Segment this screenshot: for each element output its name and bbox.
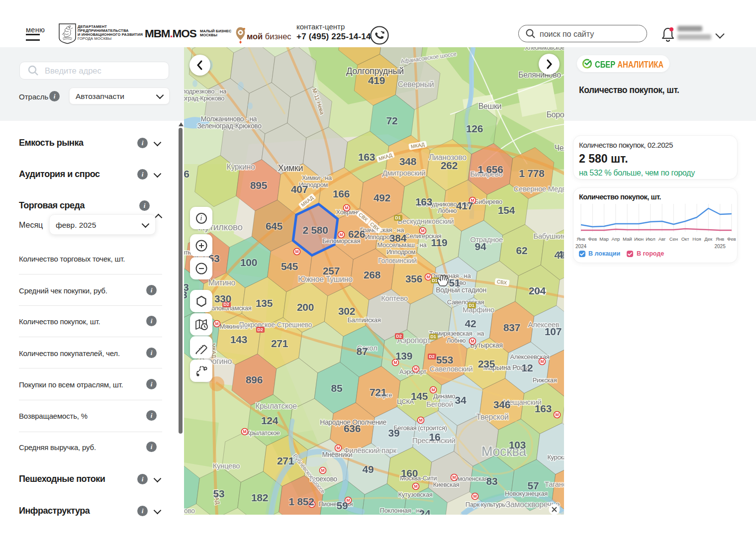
svg-text:139: 139 bbox=[395, 350, 412, 362]
svg-text:М: М bbox=[452, 475, 456, 480]
svg-text:Кунцево: Кунцево bbox=[213, 461, 240, 470]
svg-text:Головинский: Головинский bbox=[378, 257, 417, 265]
svg-text:268: 268 bbox=[364, 269, 381, 280]
svg-text:Ипподром: Ипподром bbox=[386, 248, 416, 256]
svg-text:Июл: Июл bbox=[646, 236, 655, 242]
svg-text:Бабушкинс: Бабушкинс bbox=[533, 232, 564, 240]
svg-text:545: 545 bbox=[281, 261, 298, 272]
svg-text:М: М bbox=[321, 468, 324, 473]
svg-text:1 778: 1 778 bbox=[519, 168, 545, 179]
svg-text:Савеловский: Савеловский bbox=[430, 364, 472, 373]
svg-text:Покровское-Стрешнево: Покровское-Стрешнево bbox=[239, 321, 312, 329]
svg-text:М: М bbox=[540, 359, 544, 364]
svg-text:Савеловская: Савеловская bbox=[447, 298, 484, 306]
svg-text:262: 262 bbox=[441, 160, 458, 171]
svg-text:Янв: Янв bbox=[716, 236, 724, 242]
svg-text:Авг: Авг bbox=[659, 236, 666, 242]
svg-text:72: 72 bbox=[386, 115, 398, 126]
svg-text:Вешки: Вешки bbox=[478, 102, 501, 110]
svg-text:Лобню: Лобню bbox=[438, 207, 457, 214]
svg-text:Новокузнецкая: Новокузнецкая bbox=[505, 490, 548, 497]
svg-text:235: 235 bbox=[478, 358, 495, 369]
svg-text:Марфино: Марфино bbox=[463, 305, 494, 314]
svg-text:М: М bbox=[473, 494, 476, 499]
svg-text:492: 492 bbox=[374, 192, 390, 203]
svg-text:М: М bbox=[243, 429, 246, 434]
svg-text:204: 204 bbox=[529, 285, 546, 296]
svg-text:М: М bbox=[419, 418, 422, 423]
svg-text:124: 124 bbox=[261, 415, 279, 426]
svg-text:Окт: Окт bbox=[681, 236, 690, 242]
svg-text:М: М bbox=[471, 339, 474, 344]
svg-text:Водный стадион: Водный стадион bbox=[436, 286, 486, 294]
svg-text:Рижская: Рижская bbox=[533, 376, 557, 384]
svg-text:М: М bbox=[295, 249, 298, 254]
svg-text:Динамо: Динамо bbox=[433, 392, 455, 400]
svg-text:417: 417 bbox=[456, 200, 473, 211]
svg-text:М: М bbox=[431, 387, 435, 392]
svg-text:Крылатское: Крылатское bbox=[255, 402, 297, 410]
svg-text:16: 16 bbox=[429, 431, 441, 443]
svg-text:62: 62 bbox=[516, 245, 528, 256]
svg-text:645: 645 bbox=[266, 220, 283, 232]
svg-text:119: 119 bbox=[431, 237, 448, 248]
svg-text:1 852: 1 852 bbox=[288, 496, 314, 507]
svg-text:М: М bbox=[336, 446, 340, 451]
svg-text:553: 553 bbox=[436, 354, 453, 365]
svg-text:Дек: Дек bbox=[704, 236, 713, 242]
svg-text:Бороди: Бороди bbox=[547, 110, 564, 119]
svg-text:Ноя: Ноя bbox=[692, 236, 701, 242]
svg-text:Таганск: Таганск bbox=[545, 480, 564, 488]
svg-text:Май: Май bbox=[623, 236, 632, 242]
svg-text:Мар: Мар bbox=[599, 236, 609, 242]
svg-text:Дмитровский: Дмитровский bbox=[382, 169, 426, 177]
svg-text:М: М bbox=[555, 412, 559, 417]
svg-text:24: 24 bbox=[419, 508, 431, 515]
svg-text:Куркино: Куркино bbox=[227, 163, 255, 171]
svg-text:163: 163 bbox=[535, 403, 552, 414]
svg-text:Янв: Янв bbox=[576, 236, 585, 242]
svg-text:163: 163 bbox=[415, 196, 432, 207]
svg-text:271: 271 bbox=[271, 338, 288, 349]
svg-text:М: М bbox=[414, 484, 417, 489]
svg-text:юподрезково · на: юподрезково · на bbox=[184, 88, 227, 95]
svg-text:Сен: Сен bbox=[669, 236, 678, 242]
svg-text:12: 12 bbox=[522, 362, 533, 373]
svg-text:419: 419 bbox=[368, 75, 385, 86]
svg-text:636: 636 bbox=[344, 423, 361, 434]
svg-text:145: 145 bbox=[411, 390, 428, 402]
svg-text:М: М bbox=[339, 232, 343, 237]
svg-text:257: 257 bbox=[323, 265, 340, 276]
svg-text:D1: D1 bbox=[430, 334, 436, 339]
svg-text:D1: D1 bbox=[469, 303, 474, 308]
svg-text:94: 94 bbox=[475, 241, 486, 252]
svg-text:6: 6 bbox=[184, 168, 189, 180]
svg-text:Курская: Курская bbox=[547, 454, 564, 461]
svg-text:Кутузовская: Кутузовская bbox=[398, 491, 433, 498]
svg-text:2024: 2024 bbox=[575, 244, 587, 249]
svg-text:896: 896 bbox=[246, 374, 263, 385]
svg-text:1 656: 1 656 bbox=[477, 164, 503, 175]
svg-text:721: 721 bbox=[370, 386, 387, 398]
svg-text:Химки · на: Химки · на bbox=[302, 174, 332, 182]
svg-text:Лобню: Лобню bbox=[447, 337, 466, 344]
svg-text:160: 160 bbox=[401, 467, 418, 479]
svg-text:D2: D2 bbox=[429, 354, 435, 359]
svg-text:2 580: 2 580 bbox=[302, 224, 328, 236]
svg-text:626: 626 bbox=[348, 228, 365, 240]
svg-text:еноград-Крюково: еноград-Крюково bbox=[184, 94, 224, 102]
svg-text:Митино: Митино bbox=[208, 278, 235, 287]
svg-text:Беговой: Беговой bbox=[426, 400, 453, 408]
svg-text:182: 182 bbox=[251, 492, 268, 503]
svg-text:М: М bbox=[345, 205, 348, 210]
svg-text:100: 100 bbox=[240, 257, 257, 268]
svg-text:Тверской: Тверской bbox=[476, 413, 508, 421]
svg-text:2025: 2025 bbox=[714, 244, 726, 249]
svg-text:59: 59 bbox=[337, 500, 348, 511]
svg-text:Крылатское: Крылатское bbox=[246, 429, 280, 437]
svg-text:42: 42 bbox=[465, 318, 476, 329]
svg-text:302: 302 bbox=[338, 305, 355, 317]
svg-text:Фев: Фев bbox=[727, 236, 736, 242]
svg-text:Бескудниковский: Бескудниковский bbox=[398, 217, 454, 225]
svg-text:D2: D2 bbox=[257, 327, 263, 332]
